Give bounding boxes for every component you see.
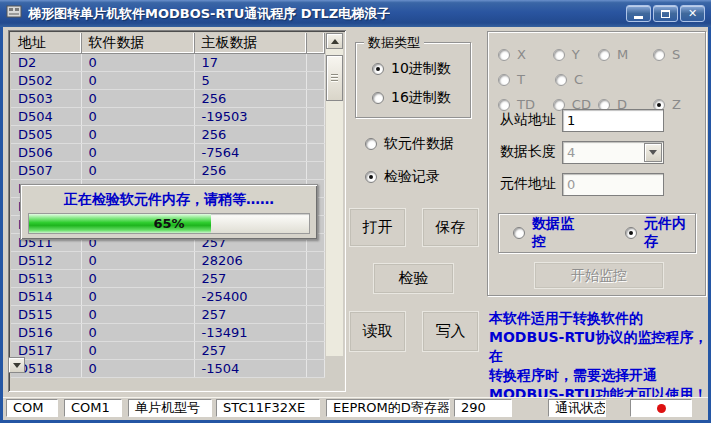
- header-spacer: [306, 33, 324, 53]
- radio-device-memory[interactable]: 元件内存: [625, 215, 695, 251]
- radio-device-data[interactable]: 软元件数据: [365, 134, 454, 154]
- radio-button-device-memory[interactable]: [625, 227, 637, 239]
- cell-mainboard-data: -13491: [194, 323, 306, 341]
- monitor-mode-radios: 数据监控元件内存: [499, 214, 695, 252]
- element-address-value: 0: [567, 177, 575, 192]
- write-button[interactable]: 写入: [422, 311, 479, 352]
- cell-mainboard-data: 256: [194, 125, 306, 143]
- progress-percent: 65%: [29, 214, 309, 233]
- cell-mainboard-data: 257: [194, 341, 306, 359]
- data-length-value: 4: [567, 145, 575, 160]
- radio-button-y: [553, 49, 565, 61]
- table-row[interactable]: D5140-25400: [11, 287, 324, 305]
- chevron-down-icon: [649, 150, 657, 155]
- radio-button-check-record[interactable]: [365, 171, 377, 183]
- app-icon: [6, 4, 22, 24]
- cell-software-data: 0: [81, 53, 194, 71]
- app-window: 梯形图转单片机软件MODBOS-RTU通讯程序 DTLZ电梯浪子 ✕ 地址 软件…: [0, 0, 711, 423]
- scroll-up-button[interactable]: [326, 33, 343, 49]
- table-row[interactable]: D5060-7564: [11, 143, 324, 161]
- progress-bar: 65%: [28, 213, 310, 234]
- notice-line: 转换程序时，需要选择开通: [489, 366, 711, 385]
- cell-spacer: [306, 305, 324, 323]
- cell-software-data: 0: [81, 341, 194, 359]
- data-length-combobox: 4: [562, 141, 664, 164]
- cell-software-data: 0: [81, 89, 194, 107]
- radio-button-hex[interactable]: [372, 92, 384, 104]
- table-row[interactable]: D512028206: [11, 251, 324, 269]
- radio-button-c: [555, 74, 567, 86]
- cell-spacer: [306, 53, 324, 71]
- table-row[interactable]: D2017: [11, 53, 324, 71]
- cell-mainboard-data: 256: [194, 161, 306, 179]
- cell-address: D516: [11, 323, 81, 341]
- cell-spacer: [306, 107, 324, 125]
- minimize-button[interactable]: [626, 5, 651, 22]
- start-monitor-button: 开始监控: [534, 262, 664, 289]
- save-button[interactable]: 保存: [422, 208, 479, 247]
- radio-label-s: S: [672, 47, 680, 62]
- header-address: 地址: [11, 33, 81, 53]
- radio-hex[interactable]: 16进制数: [372, 88, 451, 108]
- cell-mainboard-data: 5: [194, 71, 306, 89]
- table-row[interactable]: D50205: [11, 71, 324, 89]
- table-vertical-scrollbar[interactable]: [326, 33, 343, 356]
- data-length-label: 数据长度: [500, 143, 562, 161]
- cell-mainboard-data: -7564: [194, 143, 306, 161]
- slave-address-input[interactable]: 1: [562, 109, 664, 132]
- cell-mainboard-data: 17: [194, 53, 306, 71]
- title-bar: 梯形图转单片机软件MODBOS-RTU通讯程序 DTLZ电梯浪子 ✕: [0, 0, 711, 27]
- radio-data-monitor[interactable]: 数据监控: [513, 215, 583, 251]
- scroll-thumb[interactable]: [326, 55, 343, 101]
- window-controls: ✕: [626, 5, 705, 22]
- table-row[interactable]: D5180-1504: [11, 359, 324, 377]
- cell-address: D503: [11, 89, 81, 107]
- table-row[interactable]: D5170257: [11, 341, 324, 359]
- slave-address-label: 从站地址: [500, 111, 562, 129]
- radio-label-x: X: [517, 47, 526, 62]
- radio-label-m: M: [617, 47, 628, 62]
- cell-address: D2: [11, 53, 81, 71]
- table-row[interactable]: D5160-13491: [11, 323, 324, 341]
- check-button[interactable]: 检验: [373, 263, 454, 294]
- maximize-button[interactable]: [653, 5, 678, 22]
- table-row[interactable]: D5130257: [11, 269, 324, 287]
- cell-spacer: [306, 125, 324, 143]
- cell-address: D507: [11, 161, 81, 179]
- cell-address: D502: [11, 71, 81, 89]
- cell-mainboard-data: -19503: [194, 107, 306, 125]
- table-row[interactable]: D5030256: [11, 89, 324, 107]
- scroll-down-button[interactable]: [8, 357, 25, 373]
- cell-software-data: 0: [81, 251, 194, 269]
- data-type-title: 数据类型: [364, 34, 424, 52]
- radio-decimal[interactable]: 10进制数: [372, 59, 451, 79]
- radio-button-decimal[interactable]: [372, 63, 384, 75]
- table-row[interactable]: D5050256: [11, 125, 324, 143]
- radio-x: X: [498, 47, 553, 62]
- cell-mainboard-data: 257: [194, 305, 306, 323]
- cell-mainboard-data: -25400: [194, 287, 306, 305]
- read-button[interactable]: 读取: [349, 311, 406, 352]
- cell-spacer: [306, 269, 324, 287]
- table-row[interactable]: D5150257: [11, 305, 324, 323]
- table-row[interactable]: D5040-19503: [11, 107, 324, 125]
- table-row[interactable]: D5070256: [11, 161, 324, 179]
- device-radio-row: TC: [498, 67, 701, 92]
- radio-label-hex: 16进制数: [391, 89, 451, 107]
- close-button[interactable]: ✕: [680, 5, 705, 22]
- status-comm-indicator: [630, 399, 692, 417]
- progress-dialog: 正在检验软元件内存，请稍等…… 65%: [20, 184, 318, 240]
- cell-address: D512: [11, 251, 81, 269]
- radio-t: T: [498, 72, 555, 87]
- cell-software-data: 0: [81, 143, 194, 161]
- radio-check-record[interactable]: 检验记录: [365, 167, 454, 187]
- cell-spacer: [306, 341, 324, 359]
- radio-button-data-monitor[interactable]: [513, 227, 525, 239]
- cell-software-data: 0: [81, 71, 194, 89]
- radio-button-device-data[interactable]: [365, 138, 377, 150]
- open-button[interactable]: 打开: [349, 208, 406, 247]
- radio-button-s: [653, 49, 665, 61]
- cell-software-data: 0: [81, 269, 194, 287]
- cell-software-data: 0: [81, 359, 194, 377]
- status-register-count: 290: [454, 399, 512, 417]
